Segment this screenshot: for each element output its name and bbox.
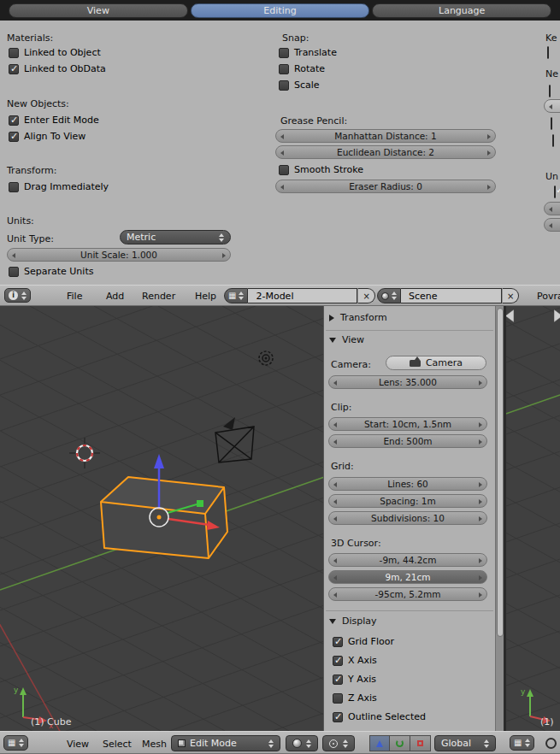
euclidean-distance-slider[interactable]: Euclidean Distance: 2 bbox=[275, 145, 496, 159]
clipped-checkbox[interactable] bbox=[549, 85, 551, 97]
close-icon: × bbox=[363, 292, 369, 301]
clipped-checkbox[interactable] bbox=[552, 134, 554, 147]
z-axis-checkbox[interactable] bbox=[333, 693, 343, 704]
smooth-stroke-checkbox[interactable] bbox=[279, 165, 289, 175]
editor-type-button-right-area[interactable]: ▦ bbox=[510, 735, 534, 751]
3d-view-editor-icon: ▦ bbox=[514, 739, 522, 747]
snap-rotate-checkbox[interactable] bbox=[279, 64, 289, 74]
linked-to-obdata-row: Linked to ObData bbox=[9, 63, 106, 74]
drag-immediately-checkbox[interactable] bbox=[9, 182, 19, 192]
x-axis-checkbox[interactable] bbox=[333, 656, 343, 666]
clipped-checkbox-checked[interactable] bbox=[554, 186, 556, 198]
tab-editing[interactable]: Editing bbox=[191, 3, 370, 18]
tab-language[interactable]: Language bbox=[372, 3, 551, 18]
eraser-radius-slider[interactable]: Eraser Radius: 0 bbox=[275, 180, 496, 193]
menu-add[interactable]: Add bbox=[106, 291, 124, 302]
n-panel: Transform View Camera: Camera Lens: 35.0… bbox=[323, 306, 504, 731]
editor-type-button-info[interactable]: i bbox=[4, 288, 31, 303]
scene-browse-button[interactable] bbox=[377, 288, 401, 303]
key-section-title-clipped: Ke bbox=[545, 32, 557, 44]
scene-name-field[interactable]: Scene bbox=[401, 288, 502, 303]
panel-header-label: View bbox=[342, 334, 364, 345]
selected-cube-object[interactable] bbox=[101, 477, 227, 558]
align-to-view-checkbox[interactable] bbox=[9, 132, 19, 142]
axis-y-label: y bbox=[14, 686, 19, 694]
clipped-field[interactable] bbox=[544, 99, 560, 113]
rotate-manipulator-button[interactable] bbox=[390, 735, 410, 751]
transform-orientation-dropdown[interactable]: Global bbox=[434, 735, 496, 751]
clipped-checkbox[interactable] bbox=[551, 117, 552, 130]
screen-close-button[interactable]: × bbox=[357, 288, 374, 303]
drag-immediately-row: Drag Immediately bbox=[9, 181, 109, 192]
checkbox-label: Y Axis bbox=[348, 674, 376, 685]
panel-header-view[interactable]: View bbox=[329, 334, 364, 345]
screen-name-field[interactable]: 2-Model bbox=[248, 288, 357, 303]
menu-render[interactable]: Render bbox=[142, 291, 175, 302]
manipulator-y-handle-tip[interactable] bbox=[197, 500, 203, 507]
enter-edit-mode-checkbox[interactable] bbox=[9, 115, 19, 126]
unit-scale-value: Unit Scale: 1.000 bbox=[80, 250, 157, 260]
grid-subdivisions-slider[interactable]: Subdivisions: 10 bbox=[328, 511, 487, 525]
linked-to-obdata-checkbox[interactable] bbox=[9, 64, 19, 74]
viewport-header: ▦ View Select Mesh Edit Mode Global ▦ bbox=[0, 731, 560, 754]
unit-scale-slider[interactable]: Unit Scale: 1.000 bbox=[7, 248, 231, 262]
updown-arrows-icon bbox=[219, 233, 224, 242]
panel-header-display[interactable]: Display bbox=[329, 616, 377, 627]
manhattan-distance-slider[interactable]: Manhattan Distance: 1 bbox=[275, 129, 496, 143]
scene-close-button[interactable]: × bbox=[502, 288, 519, 303]
lens-slider[interactable]: Lens: 35.000 bbox=[328, 375, 487, 389]
linked-to-object-checkbox[interactable] bbox=[9, 48, 19, 58]
snap-translate-checkbox[interactable] bbox=[279, 48, 289, 58]
render-engine-label-clipped[interactable]: Povray bbox=[537, 291, 560, 302]
menu-view[interactable]: View bbox=[67, 739, 89, 750]
menu-file[interactable]: File bbox=[67, 291, 82, 302]
editor-type-button-3dview[interactable]: ▦ bbox=[3, 735, 28, 751]
screen-browse-button[interactable]: ▦ bbox=[224, 288, 248, 303]
mode-dropdown[interactable]: Edit Mode bbox=[171, 735, 280, 751]
eraser-radius-value: Eraser Radius: 0 bbox=[349, 181, 422, 191]
z-axis-row: Z Axis bbox=[333, 692, 377, 704]
grease-pencil-section-title: Grease Pencil: bbox=[280, 115, 347, 127]
grid-floor-checkbox[interactable] bbox=[333, 637, 343, 647]
scrollbar-thumb[interactable] bbox=[497, 308, 504, 637]
collapsed-arrow-icon bbox=[329, 315, 334, 321]
materials-section-title: Materials: bbox=[7, 32, 53, 44]
y-axis-checkbox[interactable] bbox=[333, 674, 343, 685]
scale-manipulator-button[interactable] bbox=[410, 735, 431, 751]
mode-value: Edit Mode bbox=[190, 738, 237, 749]
cursor-x-field[interactable]: -9m, 44.2cm bbox=[328, 553, 487, 567]
clipped-checkbox[interactable] bbox=[547, 46, 549, 59]
camera-value: Camera bbox=[426, 357, 463, 368]
checkbox-label: Scale bbox=[294, 80, 320, 91]
camera-select-button[interactable]: Camera bbox=[386, 356, 486, 370]
menu-mesh[interactable]: Mesh bbox=[142, 739, 167, 750]
mode-ring-icon[interactable] bbox=[545, 738, 557, 749]
clip-start-slider[interactable]: Start: 10cm, 1.5nm bbox=[328, 417, 487, 431]
separate-units-checkbox[interactable] bbox=[9, 267, 19, 277]
snap-scale-checkbox[interactable] bbox=[279, 80, 289, 91]
unit-type-dropdown[interactable]: Metric bbox=[120, 230, 231, 244]
viewport-shading-dropdown[interactable] bbox=[286, 735, 318, 751]
cursor-y-field[interactable]: 9m, 21cm bbox=[328, 570, 487, 584]
checkbox-label: Enter Edit Mode bbox=[24, 115, 99, 126]
area-divider[interactable] bbox=[504, 306, 506, 731]
grid-spacing-slider[interactable]: Spacing: 1m bbox=[328, 494, 487, 508]
panel-header-transform[interactable]: Transform bbox=[329, 312, 387, 323]
pivot-point-dropdown[interactable] bbox=[322, 735, 355, 751]
clip-end-slider[interactable]: End: 500m bbox=[328, 434, 487, 448]
cursor-y-value: 9m, 21cm bbox=[386, 572, 431, 582]
menu-help[interactable]: Help bbox=[195, 291, 216, 302]
clipped-slider[interactable] bbox=[544, 202, 560, 215]
tab-view[interactable]: View bbox=[9, 3, 188, 18]
enter-edit-mode-row: Enter Edit Mode bbox=[9, 115, 99, 126]
cursor-z-field[interactable]: -95cm, 5.2mm bbox=[328, 587, 487, 601]
clipped-slider[interactable] bbox=[544, 218, 560, 232]
snap-section-title: Snap: bbox=[282, 32, 309, 44]
menu-select[interactable]: Select bbox=[103, 739, 132, 750]
expanded-arrow-icon bbox=[329, 338, 336, 343]
translate-manipulator-button[interactable] bbox=[369, 735, 390, 751]
grid-lines-slider[interactable]: Lines: 60 bbox=[328, 477, 487, 491]
outline-selected-checkbox[interactable] bbox=[333, 712, 343, 722]
new-objects-section-title: New Objects: bbox=[7, 98, 69, 109]
smooth-stroke-row: Smooth Stroke bbox=[279, 164, 363, 175]
